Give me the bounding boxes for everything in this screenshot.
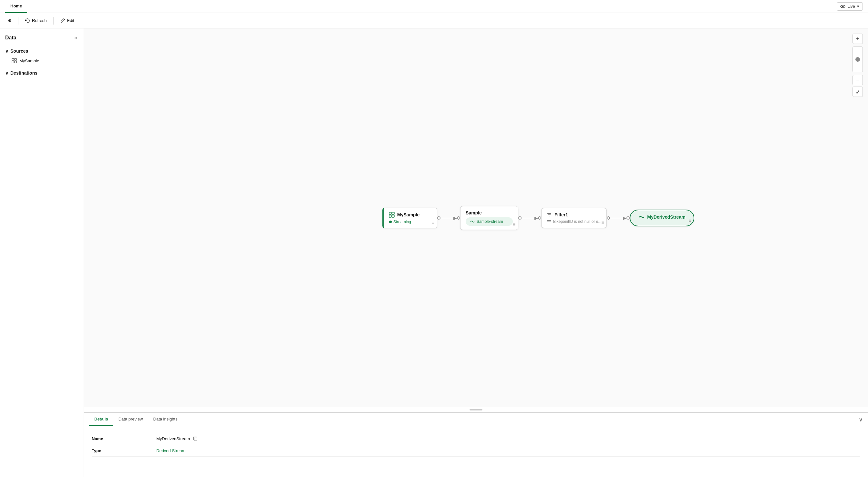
svg-rect-3 [14,58,17,60]
edit-label: Edit [67,18,74,23]
node-filter1-title: Filter1 [547,212,601,217]
sources-label: Sources [10,49,28,54]
node-sample-title: Sample [466,210,513,215]
sidebar-header: Data « [0,28,84,44]
canvas-controls: + − ⤢ [852,34,863,97]
zoom-slider[interactable] [852,47,863,72]
main-layout: Data « ∨ Sources MySample ∨ Destina [0,28,868,477]
bottom-panel: Details Data preview Data insights ∨ Nam… [84,412,868,477]
grid-icon-node [389,212,395,218]
gear-icon: ⚙ [8,18,11,23]
node-filter1-condition: BikepointID is not null or e... [547,219,601,224]
panel-drag-handle[interactable] [469,409,483,411]
divider [18,17,19,25]
node-filter1-menu[interactable]: ≡ [601,220,604,225]
copy-icon[interactable] [192,436,197,442]
node-mysample-title: MySample [389,212,432,218]
connector-dot-4 [538,216,541,219]
sidebar-item-mysample[interactable]: MySample [0,56,84,65]
refresh-button[interactable]: Refresh [21,16,51,25]
top-nav: Home Live ▾ [0,0,868,13]
destinations-header[interactable]: ∨ Destinations [0,68,84,78]
tab-details[interactable]: Details [89,413,113,426]
node-myderivedstream[interactable]: MyDerivedStream ≡ [630,210,694,227]
refresh-label: Refresh [32,18,47,23]
connector-line-3 [610,218,623,218]
sample-stream-badge: Sample-stream [466,217,513,226]
live-button[interactable]: Live ▾ [837,2,863,11]
connector-2: ▶ [518,215,541,220]
canvas[interactable]: MySample Streaming ≡ ▶ [84,28,868,407]
node-mysample-status: Streaming [389,219,432,224]
connector-3: ▶ [607,215,630,220]
svg-rect-15 [547,221,551,222]
type-value: Derived Stream [156,448,185,453]
svg-rect-14 [547,220,551,221]
connector-dot-2 [457,216,460,219]
mysample-label: MySample [20,58,39,63]
detail-row-name: Name MyDerivedStream [92,433,860,445]
connector-line-1 [440,218,454,218]
filter-icon [547,212,552,217]
node-myderivedstream-title: MyDerivedStream [636,214,688,220]
bottom-panel-tabs: Details Data preview Data insights ∨ [84,413,868,426]
sources-section: ∨ Sources MySample [0,44,84,66]
chevron-destinations-icon: ∨ [5,70,8,76]
connector-dot-5 [607,216,610,219]
copy-svg-icon [192,436,197,442]
bottom-panel-collapse-button[interactable]: ∨ [859,416,863,423]
node-dest-menu[interactable]: ≡ [688,218,691,223]
svg-rect-8 [389,215,392,217]
svg-rect-7 [392,212,394,214]
derived-stream-icon [639,214,645,220]
canvas-wrapper: MySample Streaming ≡ ▶ [84,28,868,477]
zoom-out-button[interactable]: − [852,75,863,85]
divider2 [53,17,54,25]
eye-icon [840,4,845,9]
sources-header[interactable]: ∨ Sources [0,46,84,56]
chevron-down-icon: ▾ [857,4,859,9]
stream-icon [470,219,475,224]
detail-row-type: Type Derived Stream [92,445,860,457]
status-icon [389,220,392,223]
destinations-section: ∨ Destinations [0,66,84,80]
connector-1: ▶ [437,215,460,220]
flow-diagram: MySample Streaming ≡ ▶ [382,206,694,230]
sidebar-collapse-button[interactable]: « [73,34,79,42]
live-label: Live [847,4,855,9]
zoom-handle [856,57,860,62]
connector-dot-1 [437,216,440,219]
name-label: Name [92,436,156,441]
edit-button[interactable]: Edit [56,16,78,25]
svg-rect-2 [12,58,14,60]
svg-rect-9 [392,215,394,217]
zoom-in-button[interactable]: + [852,34,863,44]
svg-rect-5 [14,61,17,63]
node-mysample-menu[interactable]: ≡ [432,220,434,226]
destinations-label: Destinations [10,70,37,76]
edit-icon [60,18,65,23]
tab-data-insights[interactable]: Data insights [148,413,183,426]
panel-drag-handle-wrapper [84,407,868,412]
node-filter1[interactable]: Filter1 BikepointID is not null or e... … [541,208,607,228]
refresh-icon [25,18,30,23]
gear-button[interactable]: ⚙ [4,16,16,25]
bottom-panel-content: Name MyDerivedStream Type Derived Stre [84,426,868,463]
svg-rect-16 [547,223,551,223]
node-mysample[interactable]: MySample Streaming ≡ [382,208,437,228]
svg-rect-4 [12,61,14,63]
svg-rect-6 [389,212,392,214]
svg-point-1 [842,5,844,7]
node-sample[interactable]: Sample Sample-stream ≡ [460,206,518,230]
name-value: MyDerivedStream [156,436,197,442]
connector-dot-3 [518,216,522,219]
home-tab[interactable]: Home [5,0,27,13]
connector-line-2 [522,218,534,218]
svg-point-10 [389,220,392,223]
fit-button[interactable]: ⤢ [852,87,863,97]
sidebar-title: Data [5,35,17,41]
node-sample-menu[interactable]: ≡ [513,222,516,227]
svg-rect-17 [194,438,197,441]
tab-data-preview[interactable]: Data preview [113,413,148,426]
type-label: Type [92,448,156,453]
